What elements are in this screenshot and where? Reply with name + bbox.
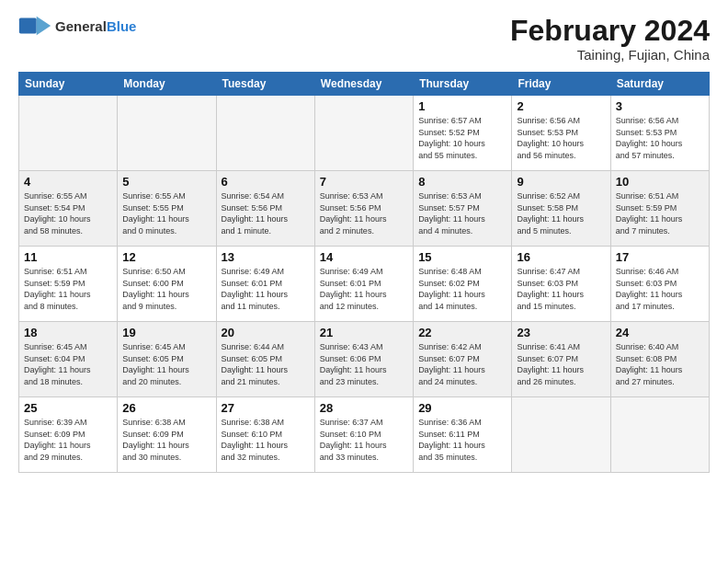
calendar-week-row: 4Sunrise: 6:55 AMSunset: 5:54 PMDaylight… xyxy=(19,171,710,247)
day-info: Sunrise: 6:51 AMSunset: 5:59 PMDaylight:… xyxy=(24,266,112,312)
table-row: 1Sunrise: 6:57 AMSunset: 5:52 PMDaylight… xyxy=(414,96,512,171)
logo-icon xyxy=(18,15,51,37)
table-row xyxy=(512,397,610,473)
table-row: 14Sunrise: 6:49 AMSunset: 6:01 PMDayligh… xyxy=(314,247,413,322)
table-row: 15Sunrise: 6:48 AMSunset: 6:02 PMDayligh… xyxy=(414,247,512,322)
day-number: 24 xyxy=(616,326,704,339)
day-info: Sunrise: 6:47 AMSunset: 6:03 PMDaylight:… xyxy=(517,266,605,312)
table-row: 25Sunrise: 6:39 AMSunset: 6:09 PMDayligh… xyxy=(19,397,118,473)
table-row: 5Sunrise: 6:55 AMSunset: 5:55 PMDaylight… xyxy=(118,171,216,247)
day-number: 29 xyxy=(418,401,506,415)
day-number: 10 xyxy=(616,175,704,189)
table-row: 9Sunrise: 6:52 AMSunset: 5:58 PMDaylight… xyxy=(512,171,610,247)
day-number: 19 xyxy=(122,326,210,339)
day-number: 26 xyxy=(122,401,210,415)
day-info: Sunrise: 6:46 AMSunset: 6:03 PMDaylight:… xyxy=(616,266,704,312)
day-number: 16 xyxy=(517,250,605,264)
day-info: Sunrise: 6:42 AMSunset: 6:07 PMDaylight:… xyxy=(418,341,506,387)
day-number: 23 xyxy=(517,326,605,339)
table-row: 23Sunrise: 6:41 AMSunset: 6:07 PMDayligh… xyxy=(512,322,610,397)
day-info: Sunrise: 6:36 AMSunset: 6:11 PMDaylight:… xyxy=(418,417,506,463)
day-number: 9 xyxy=(517,175,605,189)
day-info: Sunrise: 6:51 AMSunset: 5:59 PMDaylight:… xyxy=(616,190,704,236)
day-number: 18 xyxy=(24,326,112,339)
calendar-week-row: 11Sunrise: 6:51 AMSunset: 5:59 PMDayligh… xyxy=(19,247,710,322)
day-number: 17 xyxy=(616,250,704,264)
title-area: February 2024 Taining, Fujian, China xyxy=(510,15,710,63)
table-row: 13Sunrise: 6:49 AMSunset: 6:01 PMDayligh… xyxy=(216,247,314,322)
col-saturday: Saturday xyxy=(610,73,709,96)
day-info: Sunrise: 6:55 AMSunset: 5:55 PMDaylight:… xyxy=(122,190,210,236)
table-row xyxy=(610,397,709,473)
table-row: 2Sunrise: 6:56 AMSunset: 5:53 PMDaylight… xyxy=(512,96,610,171)
table-row: 11Sunrise: 6:51 AMSunset: 5:59 PMDayligh… xyxy=(19,247,118,322)
calendar-week-row: 18Sunrise: 6:45 AMSunset: 6:04 PMDayligh… xyxy=(19,322,710,397)
day-number: 7 xyxy=(320,175,408,189)
col-monday: Monday xyxy=(118,73,216,96)
table-row: 4Sunrise: 6:55 AMSunset: 5:54 PMDaylight… xyxy=(19,171,118,247)
table-row: 28Sunrise: 6:37 AMSunset: 6:10 PMDayligh… xyxy=(314,397,413,473)
table-row: 27Sunrise: 6:38 AMSunset: 6:10 PMDayligh… xyxy=(216,397,314,473)
col-thursday: Thursday xyxy=(414,73,512,96)
page: GeneralBlue February 2024 Taining, Fujia… xyxy=(0,0,728,563)
day-number: 1 xyxy=(418,99,506,113)
day-info: Sunrise: 6:37 AMSunset: 6:10 PMDaylight:… xyxy=(320,417,408,463)
day-info: Sunrise: 6:56 AMSunset: 5:53 PMDaylight:… xyxy=(517,115,605,161)
day-number: 5 xyxy=(122,175,210,189)
day-number: 15 xyxy=(418,250,506,264)
table-row: 18Sunrise: 6:45 AMSunset: 6:04 PMDayligh… xyxy=(19,322,118,397)
day-number: 14 xyxy=(320,250,408,264)
calendar-week-row: 1Sunrise: 6:57 AMSunset: 5:52 PMDaylight… xyxy=(19,96,710,171)
day-info: Sunrise: 6:43 AMSunset: 6:06 PMDaylight:… xyxy=(320,341,408,387)
header: GeneralBlue February 2024 Taining, Fujia… xyxy=(18,15,710,63)
day-number: 27 xyxy=(222,401,310,415)
table-row: 7Sunrise: 6:53 AMSunset: 5:56 PMDaylight… xyxy=(314,171,413,247)
svg-marker-1 xyxy=(37,17,51,36)
calendar: Sunday Monday Tuesday Wednesday Thursday… xyxy=(18,72,710,473)
table-row: 6Sunrise: 6:54 AMSunset: 5:56 PMDaylight… xyxy=(216,171,314,247)
day-number: 2 xyxy=(517,99,605,113)
day-info: Sunrise: 6:57 AMSunset: 5:52 PMDaylight:… xyxy=(418,115,506,161)
day-info: Sunrise: 6:40 AMSunset: 6:08 PMDaylight:… xyxy=(616,341,704,387)
day-number: 22 xyxy=(418,326,506,339)
day-info: Sunrise: 6:52 AMSunset: 5:58 PMDaylight:… xyxy=(517,190,605,236)
day-info: Sunrise: 6:50 AMSunset: 6:00 PMDaylight:… xyxy=(122,266,210,312)
table-row: 10Sunrise: 6:51 AMSunset: 5:59 PMDayligh… xyxy=(610,171,709,247)
day-info: Sunrise: 6:39 AMSunset: 6:09 PMDaylight:… xyxy=(24,417,112,463)
table-row: 26Sunrise: 6:38 AMSunset: 6:09 PMDayligh… xyxy=(118,397,216,473)
table-row: 19Sunrise: 6:45 AMSunset: 6:05 PMDayligh… xyxy=(118,322,216,397)
table-row xyxy=(19,96,118,171)
day-number: 28 xyxy=(320,401,408,415)
day-info: Sunrise: 6:45 AMSunset: 6:05 PMDaylight:… xyxy=(122,341,210,387)
table-row: 12Sunrise: 6:50 AMSunset: 6:00 PMDayligh… xyxy=(118,247,216,322)
table-row: 16Sunrise: 6:47 AMSunset: 6:03 PMDayligh… xyxy=(512,247,610,322)
day-info: Sunrise: 6:55 AMSunset: 5:54 PMDaylight:… xyxy=(24,190,112,236)
day-info: Sunrise: 6:49 AMSunset: 6:01 PMDaylight:… xyxy=(320,266,408,312)
day-number: 21 xyxy=(320,326,408,339)
day-number: 11 xyxy=(24,250,112,264)
col-wednesday: Wednesday xyxy=(314,73,413,96)
table-row xyxy=(118,96,216,171)
day-info: Sunrise: 6:53 AMSunset: 5:56 PMDaylight:… xyxy=(320,190,408,236)
table-row xyxy=(216,96,314,171)
table-row: 3Sunrise: 6:56 AMSunset: 5:53 PMDaylight… xyxy=(610,96,709,171)
table-row: 29Sunrise: 6:36 AMSunset: 6:11 PMDayligh… xyxy=(414,397,512,473)
day-info: Sunrise: 6:56 AMSunset: 5:53 PMDaylight:… xyxy=(616,115,704,161)
location: Taining, Fujian, China xyxy=(510,47,710,63)
day-number: 20 xyxy=(222,326,310,339)
table-row: 22Sunrise: 6:42 AMSunset: 6:07 PMDayligh… xyxy=(414,322,512,397)
day-number: 4 xyxy=(24,175,112,189)
day-number: 8 xyxy=(418,175,506,189)
day-info: Sunrise: 6:53 AMSunset: 5:57 PMDaylight:… xyxy=(418,190,506,236)
day-number: 13 xyxy=(222,250,310,264)
col-tuesday: Tuesday xyxy=(216,73,314,96)
day-number: 6 xyxy=(222,175,310,189)
table-row xyxy=(314,96,413,171)
calendar-header-row: Sunday Monday Tuesday Wednesday Thursday… xyxy=(19,73,710,96)
table-row: 17Sunrise: 6:46 AMSunset: 6:03 PMDayligh… xyxy=(610,247,709,322)
table-row: 8Sunrise: 6:53 AMSunset: 5:57 PMDaylight… xyxy=(414,171,512,247)
day-info: Sunrise: 6:45 AMSunset: 6:04 PMDaylight:… xyxy=(24,341,112,387)
table-row: 20Sunrise: 6:44 AMSunset: 6:05 PMDayligh… xyxy=(216,322,314,397)
col-sunday: Sunday xyxy=(19,73,118,96)
day-info: Sunrise: 6:44 AMSunset: 6:05 PMDaylight:… xyxy=(222,341,310,387)
